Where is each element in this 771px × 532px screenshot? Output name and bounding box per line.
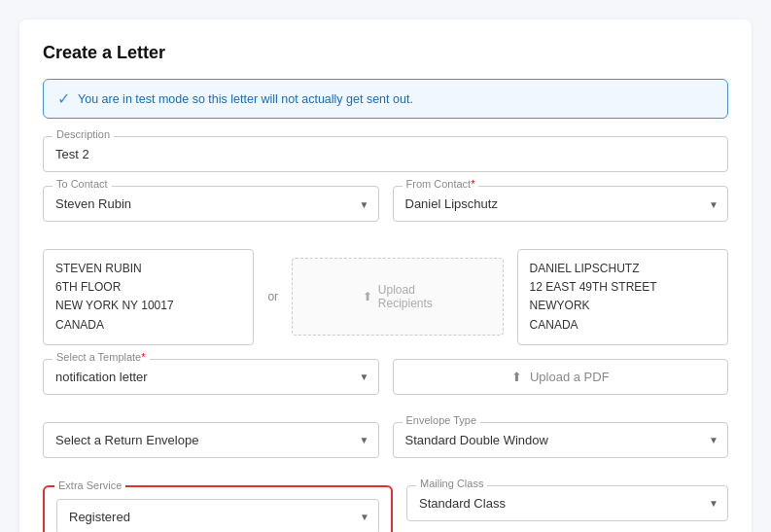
extra-service-box: Extra Service Registered ▼ (43, 485, 393, 532)
envelope-type-field: Envelope Type Standard Double Window ▼ (393, 422, 729, 458)
upload-pdf-icon: ⬆ (511, 370, 522, 384)
from-contact-field: From Contact* Daniel Lipschutz ▼ (393, 186, 729, 222)
envelope-type-select-wrapper: Standard Double Window ▼ (393, 422, 729, 458)
template-select[interactable]: notification letter (43, 359, 379, 395)
template-label: Select a Template* (53, 351, 150, 363)
upload-pdf-button[interactable]: ⬆ Upload a PDF (393, 359, 729, 395)
to-address-line3: NEW YORK NY 10017 (55, 297, 241, 315)
contacts-row: To Contact Steven Rubin ▼ From Contact* … (43, 186, 728, 235)
upload-pdf-label: Upload a PDF (530, 370, 610, 384)
template-select-wrapper: notification letter ▼ (43, 359, 379, 395)
from-contact-label: From Contact* (403, 178, 479, 190)
info-icon: ✓ (57, 89, 70, 108)
return-envelope-field: Select a Return Envelope ▼ (43, 422, 379, 458)
to-address-box: STEVEN RUBIN 6TH FLOOR NEW YORK NY 10017… (43, 249, 254, 345)
to-address-line2: 6TH FLOOR (55, 278, 241, 297)
extra-service-select-wrapper: Registered ▼ (56, 499, 379, 532)
mailing-class-field: Mailing Class Standard Class ▼ (406, 485, 728, 532)
from-address-box: DANIEL LIPSCHUTZ 12 EAST 49TH STREET NEW… (517, 249, 728, 345)
envelope-row: Select a Return Envelope ▼ Envelope Type… (43, 422, 728, 472)
extra-service-area: Extra Service Registered ▼ (43, 485, 393, 532)
upload-icon: ⬆ (363, 290, 372, 303)
upload-recipients-button[interactable]: ⬆ UploadRecipients (292, 258, 503, 336)
envelope-type-select[interactable]: Standard Double Window (393, 422, 729, 458)
mailing-class-select-wrapper: Standard Class ▼ (406, 485, 728, 521)
extra-service-label: Extra Service (54, 479, 125, 491)
envelope-type-label: Envelope Type (403, 414, 481, 426)
to-contact-field: To Contact Steven Rubin ▼ (43, 186, 379, 222)
extra-service-mailing-row: Extra Service Registered ▼ Mailing Class… (43, 485, 728, 532)
from-address-line3: CANADA (530, 316, 716, 335)
to-contact-label: To Contact (53, 178, 112, 190)
upload-pdf-area: ⬆ Upload a PDF (393, 359, 729, 408)
mailing-class-label: Mailing Class (416, 478, 487, 489)
from-contact-select[interactable]: Daniel Lipschutz (393, 186, 729, 222)
or-divider: or (267, 290, 278, 303)
page-title: Create a Letter (43, 43, 728, 63)
to-address-line1: STEVEN RUBIN (55, 260, 241, 278)
to-contact-select[interactable]: Steven Rubin (43, 186, 379, 222)
upload-recipients-label: UploadRecipients (378, 283, 433, 310)
description-label: Description (53, 128, 114, 140)
description-input[interactable] (43, 136, 728, 172)
description-field: Description (43, 136, 728, 172)
return-envelope-select-wrapper: Select a Return Envelope ▼ (43, 422, 379, 458)
page-container: Create a Letter ✓ You are in test mode s… (19, 19, 752, 532)
info-banner: ✓ You are in test mode so this letter wi… (43, 79, 728, 119)
template-upload-row: Select a Template* notification letter ▼… (43, 359, 728, 408)
extra-service-select[interactable]: Registered (56, 499, 379, 532)
template-field: Select a Template* notification letter ▼ (43, 359, 379, 395)
from-contact-select-wrapper: Daniel Lipschutz ▼ (393, 186, 729, 222)
from-address-line2: 12 EAST 49TH STREET NEWYORK (530, 278, 716, 315)
mailing-class-select[interactable]: Standard Class (406, 485, 728, 521)
banner-text: You are in test mode so this letter will… (78, 92, 413, 106)
from-address-line1: DANIEL LIPSCHUTZ (530, 260, 716, 278)
to-address-line4: CANADA (55, 316, 241, 335)
return-envelope-select[interactable]: Select a Return Envelope (43, 422, 379, 458)
to-contact-select-wrapper: Steven Rubin ▼ (43, 186, 379, 222)
address-row: STEVEN RUBIN 6TH FLOOR NEW YORK NY 10017… (43, 249, 728, 345)
